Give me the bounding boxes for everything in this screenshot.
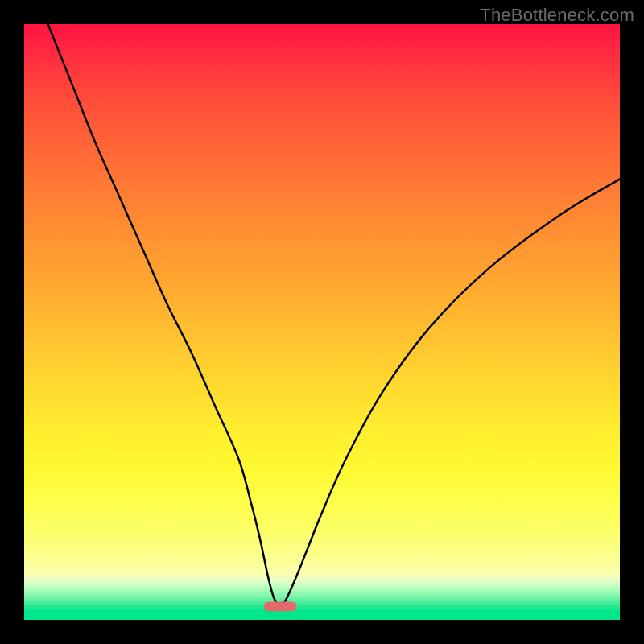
svg-rect-0	[264, 601, 297, 611]
plot-area	[24, 24, 620, 620]
watermark-text: TheBottleneck.com	[480, 5, 634, 26]
chart-frame: TheBottleneck.com	[0, 0, 644, 644]
optimum-marker	[24, 24, 620, 620]
